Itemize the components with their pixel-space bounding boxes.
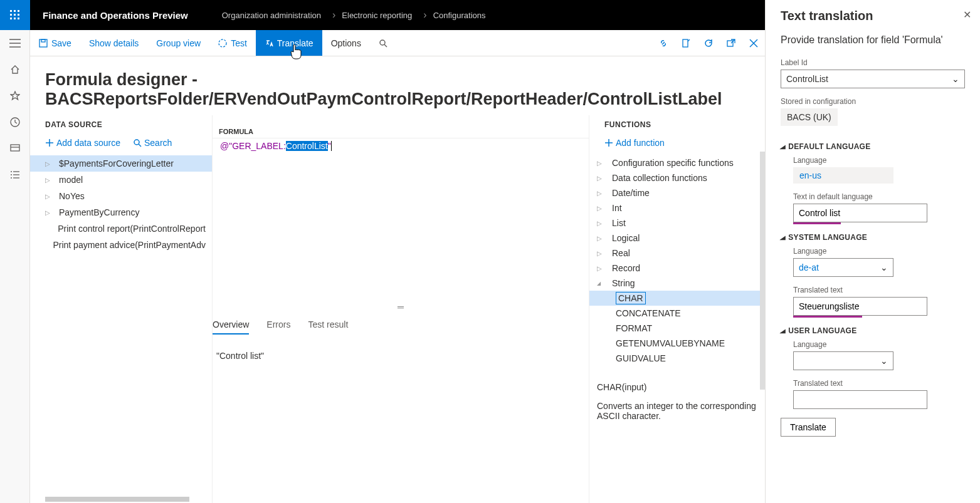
accent-underline <box>793 316 862 318</box>
user-lang-label: Language <box>793 340 965 349</box>
function-group[interactable]: ▷Data collection functions <box>589 170 765 185</box>
function-group[interactable]: ▷Configuration specific functions <box>589 155 765 170</box>
text-default-label: Text in default language <box>793 192 965 201</box>
scrollbar[interactable] <box>760 152 765 390</box>
function-group[interactable]: ▷Logical <box>589 231 765 246</box>
function-group[interactable]: ▷List <box>589 215 765 231</box>
tab-test-result[interactable]: Test result <box>308 319 348 334</box>
datasource-item[interactable]: Print control report(PrintControlReport <box>30 220 212 237</box>
svg-rect-3 <box>10 14 12 16</box>
function-group[interactable]: ▷Real <box>589 246 765 261</box>
default-lang-value[interactable]: en-us <box>793 167 893 184</box>
page-title: Formula designer - BACSReportsFolder/ERV… <box>30 56 765 115</box>
translated-text-input[interactable] <box>793 297 927 316</box>
breadcrumb-item[interactable]: Configurations <box>414 9 488 21</box>
svg-point-32 <box>219 39 226 47</box>
attach-icon[interactable] <box>675 38 697 48</box>
svg-rect-6 <box>10 18 12 19</box>
add-function-button[interactable]: Add function <box>604 138 665 148</box>
formula-label: FORMULA <box>213 115 589 138</box>
home-icon[interactable] <box>0 56 30 83</box>
datasource-header: DATA SOURCE <box>30 115 212 134</box>
options-button[interactable]: Options <box>322 30 370 56</box>
test-button[interactable]: Test <box>209 30 256 56</box>
datasource-item[interactable]: Print payment advice(PrintPaymentAdv <box>30 237 212 253</box>
functions-header: FUNCTIONS <box>589 115 765 134</box>
function-group[interactable]: ◢String <box>589 276 765 291</box>
translate-button[interactable]: Translate <box>256 30 322 56</box>
panel-title: Text translation <box>781 9 965 23</box>
label-id-dropdown[interactable]: ControlList ⌄ <box>781 70 965 88</box>
svg-rect-30 <box>40 39 47 47</box>
popout-icon[interactable] <box>720 38 742 48</box>
stored-config-value: BACS (UK) <box>781 108 838 126</box>
breadcrumb-item[interactable]: Organization administration <box>219 11 324 20</box>
modules-icon[interactable] <box>0 162 30 188</box>
breadcrumb-item[interactable]: Electronic reporting <box>324 9 414 21</box>
user-lang-dropdown[interactable]: ⌄ <box>793 351 893 370</box>
function-item[interactable]: GUIDVALUE <box>589 351 765 366</box>
close-icon[interactable] <box>742 39 765 48</box>
datasource-item[interactable]: ▷PaymentByCurrency <box>30 204 212 220</box>
svg-point-41 <box>134 140 139 145</box>
label-id-label: Label Id <box>781 58 965 67</box>
datasource-item[interactable]: ▷model <box>30 172 212 188</box>
app-launcher[interactable] <box>0 0 30 30</box>
hamburger-icon[interactable] <box>0 30 30 56</box>
stored-config-label: Stored in configuration <box>781 97 965 106</box>
overview-value: "Control list" <box>213 334 589 377</box>
app-title: Finance and Operations Preview <box>30 10 201 21</box>
svg-rect-4 <box>14 14 16 16</box>
splitter-handle[interactable]: ═ <box>213 301 589 313</box>
group-view-button[interactable]: Group view <box>147 30 209 56</box>
workspace-icon[interactable] <box>0 135 30 162</box>
chevron-down-icon: ⌄ <box>880 356 888 366</box>
panel-subtitle: Provide translation for field 'Formula' <box>781 34 965 46</box>
star-icon[interactable] <box>0 83 30 109</box>
function-item[interactable]: CONCATENATE <box>589 306 765 321</box>
search-datasource-button[interactable]: Search <box>133 138 172 148</box>
breadcrumb: Organization administration Electronic r… <box>201 9 488 21</box>
datasource-item[interactable]: ▷$PaymentsForCoveringLetter <box>30 155 212 172</box>
section-default-language[interactable]: DEFAULT LANGUAGE <box>781 142 965 151</box>
svg-rect-2 <box>18 10 19 12</box>
function-item[interactable]: GETENUMVALUEBYNAME <box>589 336 765 351</box>
svg-rect-22 <box>11 145 19 151</box>
show-details-button[interactable]: Show details <box>80 30 147 56</box>
toolbar-search-icon[interactable] <box>370 30 400 56</box>
add-datasource-button[interactable]: Add data source <box>45 138 120 148</box>
chevron-down-icon: ⌄ <box>952 74 959 84</box>
function-item[interactable]: FORMAT <box>589 321 765 336</box>
svg-rect-31 <box>41 39 45 42</box>
tab-errors[interactable]: Errors <box>266 319 290 334</box>
svg-line-42 <box>139 144 141 147</box>
translate-submit-button[interactable]: Translate <box>781 418 836 437</box>
datasource-item[interactable]: ▷NoYes <box>30 188 212 204</box>
refresh-icon[interactable] <box>697 38 720 48</box>
function-group[interactable]: ▷Int <box>589 200 765 215</box>
svg-rect-5 <box>18 14 19 16</box>
system-lang-dropdown[interactable]: de-at ⌄ <box>793 258 893 277</box>
section-system-language[interactable]: SYSTEM LANGUAGE <box>781 233 965 242</box>
user-translated-input[interactable] <box>793 390 927 409</box>
save-button[interactable]: Save <box>30 30 80 56</box>
tab-overview[interactable]: Overview <box>213 319 249 334</box>
link-icon[interactable] <box>652 38 675 48</box>
clock-icon[interactable] <box>0 109 30 135</box>
function-signature: CHAR(input) <box>589 370 765 392</box>
text-default-input[interactable] <box>793 204 927 222</box>
formula-editor[interactable]: @"GER_LABEL:ControlList" <box>213 138 589 301</box>
svg-point-33 <box>380 40 385 45</box>
panel-close-icon[interactable]: ✕ <box>963 9 971 21</box>
function-group[interactable]: ▷Date/time <box>589 185 765 200</box>
translated-text-label: Translated text <box>793 286 965 294</box>
function-group[interactable]: ▷Record <box>589 261 765 276</box>
horizontal-scrollbar[interactable] <box>45 497 189 502</box>
svg-rect-36 <box>727 41 733 46</box>
user-translated-label: Translated text <box>793 379 965 388</box>
default-lang-label: Language <box>793 156 965 165</box>
svg-rect-7 <box>14 18 16 19</box>
function-description: Converts an integer to the corresponding… <box>589 392 765 430</box>
section-user-language[interactable]: USER LANGUAGE <box>781 326 965 335</box>
function-item[interactable]: CHAR <box>589 291 765 306</box>
